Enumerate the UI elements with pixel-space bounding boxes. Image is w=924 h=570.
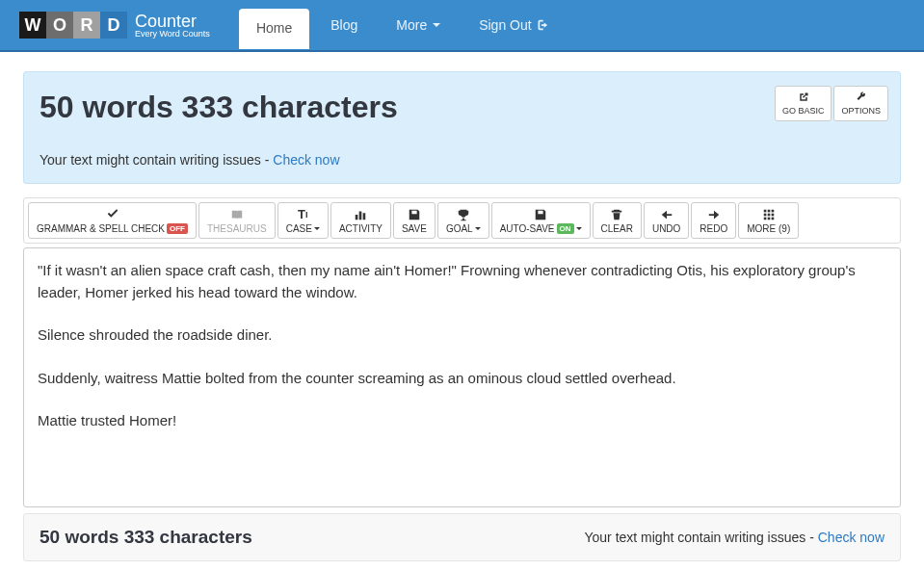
logo-subtitle: Every Word Counts — [135, 30, 210, 39]
bottom-panel: 50 words 333 characters Your text might … — [23, 513, 901, 561]
toolbar-wrap: GRAMMAR & SPELL CHECK OFF THESAURUS TI C… — [23, 197, 901, 244]
top-panel: 50 words 333 characters Your text might … — [23, 71, 901, 184]
bar-chart-icon — [354, 208, 367, 221]
nav-blog[interactable]: Blog — [313, 1, 375, 49]
clear-button[interactable]: CLEAR — [593, 202, 642, 239]
word-count-heading: 50 words 333 characters — [40, 90, 884, 125]
more-button[interactable]: MORE (9) — [738, 202, 799, 239]
external-link-icon — [798, 91, 809, 103]
logo-letter-o: O — [46, 12, 73, 39]
undo-label: UNDO — [652, 223, 680, 234]
floppy-disk-icon — [408, 208, 421, 221]
signout-icon — [535, 18, 548, 32]
case-label: CASE — [286, 223, 312, 234]
save-label: SAVE — [402, 223, 427, 234]
logo-text: Counter Every Word Counts — [135, 13, 210, 39]
logo-letter-d: D — [100, 12, 127, 39]
svg-rect-2 — [363, 213, 366, 220]
nav-signout-label: Sign Out — [479, 17, 531, 33]
nav-items: Home Blog More Sign Out — [239, 1, 566, 49]
undo-button[interactable]: UNDO — [644, 202, 689, 239]
text-editor[interactable]: "If it wasn't an alien space craft cash,… — [23, 247, 901, 507]
logo-title: Counter — [135, 13, 210, 30]
trash-icon — [610, 208, 623, 221]
logo[interactable]: W O R D Counter Every Word Counts — [19, 12, 210, 39]
svg-rect-5 — [771, 209, 774, 212]
svg-rect-11 — [771, 217, 774, 220]
go-basic-button[interactable]: GO BASIC — [775, 86, 832, 121]
more-label: MORE (9) — [747, 223, 790, 234]
text-paragraph: "If it wasn't an alien space craft cash,… — [38, 260, 886, 303]
grid-icon — [762, 208, 776, 221]
nav-home[interactable]: Home — [239, 9, 309, 49]
nav-more[interactable]: More — [379, 1, 458, 49]
activity-label: ACTIVITY — [339, 223, 383, 234]
navbar: W O R D Counter Every Word Counts Home B… — [0, 0, 924, 52]
book-icon — [230, 208, 244, 221]
redo-label: REDO — [700, 223, 727, 234]
clear-label: CLEAR — [601, 223, 633, 234]
text-paragraph: Mattie trusted Homer! — [38, 410, 886, 432]
thesaurus-label: THESAURUS — [207, 223, 267, 234]
svg-rect-3 — [764, 209, 767, 212]
chevron-down-icon — [433, 23, 440, 27]
toolbar: GRAMMAR & SPELL CHECK OFF THESAURUS TI C… — [28, 202, 896, 239]
footer-issue-prefix: Your text might contain writing issues - — [584, 530, 817, 545]
thesaurus-button[interactable]: THESAURUS — [198, 202, 276, 239]
options-button[interactable]: OPTIONS — [833, 86, 888, 121]
nav-signout[interactable]: Sign Out — [462, 1, 565, 49]
svg-rect-8 — [771, 213, 774, 216]
grammar-status-badge: OFF — [167, 223, 188, 234]
logo-boxes: W O R D — [19, 12, 127, 39]
grammar-check-button[interactable]: GRAMMAR & SPELL CHECK OFF — [28, 202, 197, 239]
goal-label: GOAL — [446, 223, 473, 234]
go-basic-label: GO BASIC — [782, 106, 825, 116]
autosave-button[interactable]: AUTO-SAVE ON — [491, 202, 591, 239]
svg-rect-7 — [767, 213, 770, 216]
svg-rect-6 — [764, 213, 767, 216]
case-button[interactable]: TI CASE — [277, 202, 329, 239]
svg-rect-9 — [764, 217, 767, 220]
options-label: OPTIONS — [841, 106, 881, 116]
footer-check-now-link[interactable]: Check now — [818, 530, 884, 545]
arrow-left-icon — [660, 208, 673, 221]
wrench-icon — [856, 91, 867, 103]
issue-prefix: Your text might contain writing issues - — [40, 152, 273, 168]
footer-issue-line: Your text might contain writing issues -… — [584, 530, 884, 545]
svg-rect-10 — [767, 217, 770, 220]
activity-button[interactable]: ACTIVITY — [330, 202, 391, 239]
redo-button[interactable]: REDO — [691, 202, 736, 239]
check-now-link[interactable]: Check now — [273, 152, 339, 168]
arrow-right-icon — [707, 208, 721, 221]
goal-button[interactable]: GOAL — [437, 202, 489, 239]
main-container: 50 words 333 characters Your text might … — [0, 52, 924, 570]
svg-rect-1 — [359, 211, 362, 220]
svg-rect-0 — [356, 215, 358, 220]
text-paragraph: Silence shrouded the roadside diner. — [38, 324, 886, 347]
chevron-down-icon — [314, 227, 320, 230]
autosave-status-badge: ON — [557, 223, 574, 234]
text-paragraph: Suddenly, waitress Mattie bolted from th… — [38, 368, 886, 390]
logo-letter-r: R — [73, 12, 100, 39]
floppy-disk-icon — [534, 208, 547, 221]
issue-line: Your text might contain writing issues -… — [40, 152, 884, 168]
nav-more-label: More — [396, 17, 427, 33]
svg-rect-4 — [767, 209, 770, 212]
logo-letter-w: W — [19, 12, 46, 39]
save-button[interactable]: SAVE — [393, 202, 436, 239]
check-icon — [106, 208, 119, 221]
chevron-down-icon — [475, 227, 481, 230]
case-icon: TI — [298, 208, 307, 221]
trophy-icon — [457, 208, 470, 221]
top-buttons: GO BASIC OPTIONS — [775, 86, 888, 121]
autosave-label: AUTO-SAVE — [500, 223, 555, 234]
grammar-label: GRAMMAR & SPELL CHECK — [37, 223, 165, 234]
chevron-down-icon — [576, 227, 582, 230]
word-count-footer: 50 words 333 characters — [40, 527, 252, 548]
